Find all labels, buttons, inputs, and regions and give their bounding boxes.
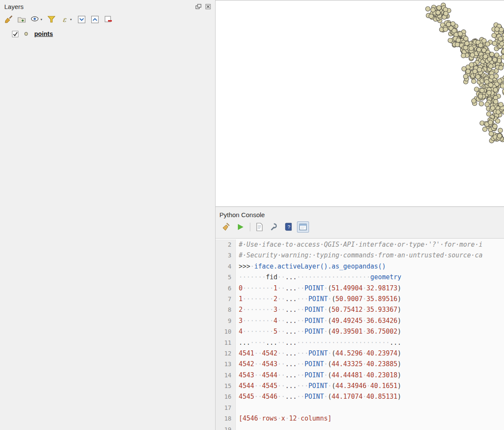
chevron-down-icon: ▾ — [40, 18, 42, 21]
svg-text:?: ? — [288, 224, 290, 230]
collapse-all-icon — [90, 15, 99, 24]
console-code[interactable]: #·Use·iface·to·access·QGIS·API·interface… — [236, 239, 504, 430]
map-points — [216, 0, 504, 207]
add-group-icon — [17, 15, 26, 24]
run-icon — [236, 223, 245, 231]
console-line: 4545··4546··...··POINT·(44.17074·40.8513… — [239, 391, 504, 402]
python-console-title: Python Console — [216, 207, 504, 219]
layer-visibility-checkbox[interactable] — [12, 31, 18, 37]
line-number: 13 — [216, 359, 231, 370]
console-line — [239, 424, 504, 430]
console-line — [239, 403, 504, 413]
help-button[interactable]: ? — [282, 221, 294, 233]
close-panel-icon — [205, 4, 211, 9]
svg-text:ε: ε — [63, 15, 67, 24]
layer-row-points[interactable]: points — [12, 30, 215, 37]
options-button[interactable] — [268, 221, 280, 233]
wrench-icon — [270, 222, 279, 231]
float-panel-button[interactable] — [195, 3, 202, 10]
funnel-icon — [47, 15, 56, 24]
paintbrush-icon — [4, 15, 13, 24]
run-command-button[interactable] — [234, 221, 246, 233]
line-number: 19 — [216, 424, 231, 430]
line-number: 2 — [216, 239, 231, 250]
add-group-button[interactable] — [16, 14, 27, 24]
line-number: 4 — [216, 261, 231, 272]
line-number: 6 — [216, 283, 231, 294]
clear-console-button[interactable] — [220, 221, 232, 233]
line-number: 12 — [216, 348, 231, 359]
remove-layer-button[interactable] — [102, 14, 114, 24]
console-gutter: 2345678910111213141516171819 — [216, 239, 236, 430]
qgis-window: Layers — [0, 0, 504, 430]
script-icon — [255, 222, 264, 232]
console-line: 3········4··...··POINT·(49.49245·36.6342… — [239, 316, 504, 326]
collapse-all-button[interactable] — [89, 14, 100, 24]
console-line: 1········2··...···POINT·(50.9007·35.8951… — [239, 294, 504, 305]
filter-legend-button[interactable] — [46, 14, 57, 24]
line-number: 14 — [216, 370, 231, 381]
main-area: Python Console — [216, 0, 504, 430]
eye-icon — [30, 15, 40, 24]
line-number: 18 — [216, 413, 231, 424]
console-line: 4········5··...··POINT·(49.39501·36.7500… — [239, 326, 504, 337]
console-line: #·Use·iface·to·access·QGIS·API·interface… — [239, 239, 504, 250]
console-line: 4544··4545··...···POINT·(44.34946·40.165… — [239, 381, 504, 391]
line-number: 7 — [216, 294, 231, 305]
console-line: >>>·iface.activeLayer().as_geopandas() — [239, 261, 504, 272]
console-line: 4542··4543··...··POINT·(44.43325·40.2388… — [239, 359, 504, 370]
broom-icon — [221, 222, 231, 232]
toolbar-separator — [250, 223, 250, 231]
panel-icon — [299, 223, 307, 231]
line-number: 10 — [216, 326, 231, 337]
console-line: 4541··4542··...···POINT·(44.5296·40.2397… — [239, 348, 504, 359]
console-line: 2········3··...··POINT·(50.75412·35.9336… — [239, 305, 504, 315]
python-console-panel: Python Console — [216, 207, 504, 430]
filter-by-expression-button[interactable]: ε ▾ — [59, 14, 74, 24]
map-canvas[interactable] — [216, 0, 504, 207]
close-panel-button[interactable] — [204, 3, 212, 10]
console-line: ·······fid··...···················geomet… — [239, 272, 504, 283]
console-line: 0········1··...··POINT·(51.49904·32.9817… — [239, 283, 504, 294]
line-number: 16 — [216, 391, 231, 402]
checkmark-icon — [12, 31, 18, 37]
console-line: 4543··4544··...··POINT·(44.44481·40.2301… — [239, 370, 504, 381]
console-line: [4546·rows·x·12·columns] — [239, 413, 504, 424]
line-number: 11 — [216, 337, 231, 348]
line-number: 9 — [216, 316, 231, 326]
show-editor-toggle[interactable] — [297, 221, 309, 233]
help-book-icon: ? — [284, 222, 293, 231]
console-line: ...····...··...························.… — [239, 337, 504, 348]
point-layer-symbol — [24, 32, 28, 36]
line-number: 8 — [216, 305, 231, 315]
chevron-down-icon: ▾ — [70, 18, 72, 21]
layer-label[interactable]: points — [34, 30, 53, 37]
open-layer-styling-button[interactable] — [3, 14, 14, 24]
layers-panel-title: Layers — [4, 3, 24, 10]
line-number: 5 — [216, 272, 231, 283]
layer-tree: points — [0, 26, 215, 37]
line-number: 3 — [216, 250, 231, 261]
open-script-button[interactable] — [253, 221, 265, 233]
manage-map-themes-button[interactable]: ▾ — [29, 14, 44, 24]
console-view[interactable]: 2345678910111213141516171819 #·Use·iface… — [216, 238, 504, 430]
line-number: 15 — [216, 381, 231, 391]
python-console-toolbar: ? — [216, 219, 504, 235]
remove-layer-icon — [104, 15, 113, 24]
epsilon-expression-icon: ε — [61, 15, 69, 24]
line-number: 17 — [216, 403, 231, 413]
console-line: #·Security·warning:·typing·commands·from… — [239, 250, 504, 261]
float-panel-icon — [195, 4, 201, 9]
layers-panel-header: Layers — [0, 0, 215, 11]
layers-toolbar: ▾ ε ▾ — [0, 11, 215, 26]
layers-panel: Layers — [0, 0, 216, 430]
expand-all-button[interactable] — [76, 14, 87, 24]
expand-all-icon — [77, 15, 86, 24]
